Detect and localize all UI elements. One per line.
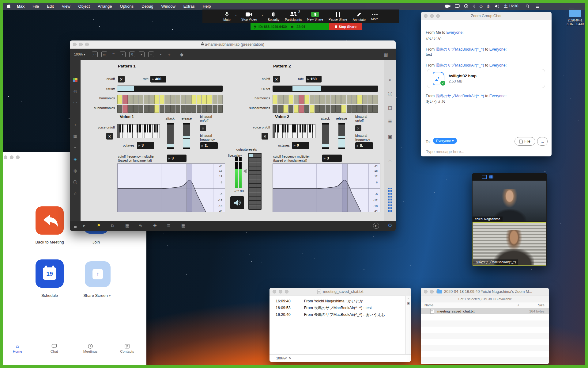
- preset-cell[interactable]: [253, 171, 257, 174]
- inspector-info-icon[interactable]: ⓘ: [384, 91, 396, 97]
- step-cell[interactable]: [283, 95, 288, 104]
- menu-item-help[interactable]: Help: [199, 4, 215, 9]
- step-cell[interactable]: [288, 105, 293, 113]
- preset-cell[interactable]: [253, 205, 257, 209]
- step-cell[interactable]: [294, 105, 299, 113]
- scroll-up-icon[interactable]: ▿: [406, 297, 411, 300]
- input-method-icon[interactable]: あ: [487, 4, 491, 9]
- screen-mirroring-icon[interactable]: [455, 4, 460, 8]
- keyboard-kslider[interactable]: [117, 124, 160, 138]
- step-cell[interactable]: [331, 105, 336, 113]
- preset-cell[interactable]: [257, 205, 261, 209]
- step-cell[interactable]: [218, 95, 223, 104]
- record-icon[interactable]: ◎: [74, 89, 77, 94]
- preset-cell[interactable]: [249, 184, 253, 187]
- binaural-onoff-toggle[interactable]: ×: [200, 125, 206, 131]
- step-cell[interactable]: [310, 105, 315, 113]
- preset-cell[interactable]: [257, 154, 261, 157]
- mute-button[interactable]: Mute: [221, 10, 233, 23]
- step-cell[interactable]: [273, 95, 277, 104]
- cutoff-numbox[interactable]: ▶3: [167, 155, 187, 162]
- preset-cell[interactable]: [249, 205, 253, 209]
- step-cell[interactable]: [123, 105, 127, 113]
- add-object-tool[interactable]: +: [167, 52, 172, 57]
- step-cell[interactable]: [373, 105, 378, 113]
- step-cell[interactable]: [362, 105, 367, 113]
- attachment-icon[interactable]: ⌁: [74, 145, 77, 150]
- preset-cell[interactable]: [257, 192, 261, 196]
- spotlight-search-icon[interactable]: [526, 4, 530, 8]
- binaural-frequency-numbox[interactable]: ▶3.: [200, 142, 218, 149]
- step-cell[interactable]: [368, 95, 373, 104]
- preset-cell[interactable]: [253, 167, 257, 170]
- chat-titlebar[interactable]: Zoom Group Chat: [421, 12, 552, 20]
- step-cell[interactable]: [341, 95, 346, 104]
- window-controls[interactable]: [73, 43, 89, 46]
- stop-share-button[interactable]: Stop Share: [329, 23, 362, 30]
- zoom-camera-icon[interactable]: [445, 4, 450, 8]
- menu-item-arrange[interactable]: Arrange: [94, 4, 116, 9]
- step-cell[interactable]: [202, 95, 207, 104]
- window-controls[interactable]: [4, 155, 20, 159]
- piano-black-key[interactable]: [292, 125, 293, 132]
- file-button[interactable]: File: [514, 137, 535, 146]
- step-cell[interactable]: [133, 105, 138, 113]
- audio-power-icon[interactable]: ⏻︎: [388, 223, 392, 228]
- audio-on-button[interactable]: [230, 196, 244, 209]
- step-cell[interactable]: [170, 105, 175, 113]
- step-cell[interactable]: [154, 105, 159, 113]
- mixer-icon[interactable]: ≍: [384, 158, 396, 163]
- speaker-view-icon[interactable]: [482, 175, 487, 179]
- preset-cell[interactable]: [257, 188, 261, 192]
- menu-item-object[interactable]: Object: [74, 4, 94, 9]
- step-cell[interactable]: [362, 95, 367, 104]
- preset-cell[interactable]: [257, 167, 261, 170]
- volume-icon[interactable]: [495, 4, 499, 8]
- step-cell[interactable]: [326, 95, 330, 104]
- diamond-status-icon[interactable]: ◇: [480, 4, 483, 9]
- step-cell[interactable]: [320, 95, 325, 104]
- object-box-tool[interactable]: ▭: [92, 52, 98, 57]
- preset-cell[interactable]: [257, 197, 261, 200]
- step-cell[interactable]: [278, 95, 283, 104]
- step-cell[interactable]: [341, 105, 346, 113]
- file-row-selected[interactable]: meeting_saved_chat.txt 164 bytes: [421, 308, 549, 314]
- paint-bucket-tool[interactable]: ◆: [179, 52, 184, 57]
- preset-grid[interactable]: [248, 153, 262, 210]
- piano-black-key[interactable]: [127, 125, 128, 132]
- rate-numbox[interactable]: ▶150: [306, 76, 322, 82]
- toggle-tool[interactable]: ×: [120, 52, 126, 57]
- preset-cell[interactable]: [253, 175, 257, 179]
- more-options-button[interactable]: …: [537, 137, 548, 146]
- info-circle-icon[interactable]: ⓘ: [73, 180, 77, 185]
- step-cell[interactable]: [160, 105, 164, 113]
- step-cell[interactable]: [202, 105, 207, 113]
- apple-menu[interactable]: [3, 4, 13, 9]
- schedule-button[interactable]: 19: [36, 259, 64, 288]
- preset-cell[interactable]: [257, 175, 261, 179]
- more-button[interactable]: More: [368, 10, 381, 23]
- step-cell[interactable]: [149, 105, 154, 113]
- preset-cell[interactable]: [253, 158, 257, 162]
- gallery-view-icon[interactable]: [489, 175, 493, 178]
- keyboard-kslider[interactable]: [273, 124, 315, 138]
- pattern-onoff-toggle[interactable]: ×: [273, 76, 280, 82]
- preset-cell[interactable]: [257, 171, 261, 174]
- piano-black-key[interactable]: [137, 125, 138, 132]
- grid-toggle-icon[interactable]: ▦: [383, 52, 388, 57]
- step-cell[interactable]: [299, 95, 304, 104]
- step-cell[interactable]: [294, 95, 299, 104]
- attack-slider[interactable]: [322, 123, 329, 149]
- step-cell[interactable]: [207, 105, 212, 113]
- inspector-arrow-icon[interactable]: ▸: [83, 223, 85, 228]
- step-cell[interactable]: [283, 105, 288, 113]
- step-cell[interactable]: [357, 105, 362, 113]
- step-cell[interactable]: [357, 95, 362, 104]
- range-slider[interactable]: [273, 86, 378, 92]
- step-cell[interactable]: [331, 95, 336, 104]
- filtergraph-display[interactable]: 2418126-6-12-18-24: [273, 163, 380, 212]
- grid-icon[interactable]: ▦: [125, 223, 129, 228]
- star-icon[interactable]: ☆: [74, 191, 77, 196]
- piano-black-key[interactable]: [309, 125, 311, 132]
- piano-black-key[interactable]: [275, 125, 276, 132]
